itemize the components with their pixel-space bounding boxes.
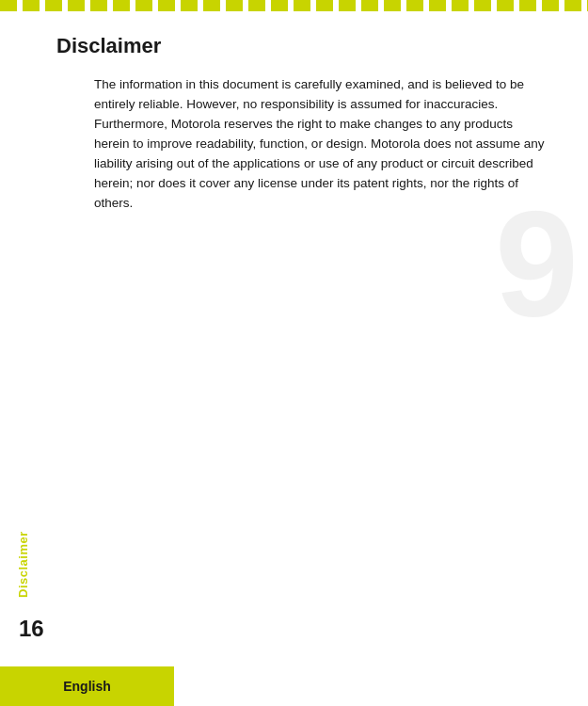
language-label[interactable]: English — [0, 666, 174, 706]
side-tab-label: Disclaimer — [16, 494, 35, 598]
top-border-decoration — [0, 0, 588, 11]
language-bar: English — [0, 666, 588, 706]
page-title: Disclaimer — [56, 34, 569, 58]
disclaimer-body-text: The information in this document is care… — [94, 75, 546, 213]
page-number: 16 — [19, 616, 44, 642]
language-bar-spacer — [174, 666, 588, 706]
main-content-area: Disclaimer The information in this docum… — [0, 19, 588, 706]
